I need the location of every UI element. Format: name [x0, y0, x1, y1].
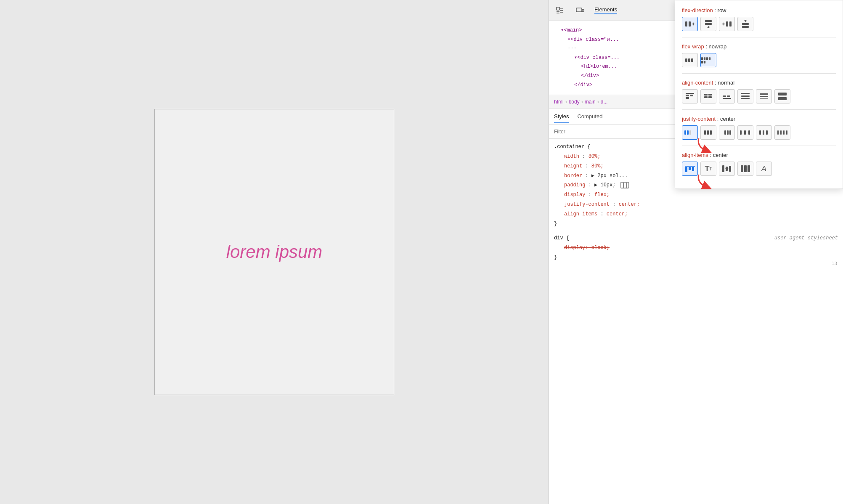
devtools-panel: Elements ▾<main> ▾<div class="w... ··· ▾… [549, 0, 843, 504]
svg-rect-49 [727, 130, 729, 135]
svg-rect-41 [778, 97, 787, 100]
svg-rect-64 [692, 167, 694, 171]
svg-rect-50 [729, 130, 731, 135]
flex-direction-icons [682, 17, 836, 31]
svg-rect-26 [686, 97, 689, 99]
flex-wrap-key: flex-wrap [682, 43, 704, 50]
flex-direction-val: : row [714, 7, 726, 13]
svg-rect-2 [582, 9, 584, 12]
svg-rect-53 [748, 130, 750, 135]
align-content-start-btn[interactable] [682, 89, 698, 103]
svg-rect-42 [684, 130, 686, 135]
flex-dir-row-btn[interactable] [682, 17, 698, 31]
svg-rect-58 [780, 130, 782, 135]
justify-content-end-btn[interactable] [719, 125, 735, 140]
svg-rect-1 [576, 8, 582, 12]
align-content-key: align-content [682, 80, 713, 86]
align-content-end-btn[interactable] [719, 89, 735, 103]
breadcrumb-body[interactable]: body [569, 99, 580, 105]
align-items-center-btn[interactable] [719, 162, 735, 176]
flex-wrap-nowrap-btn[interactable] [682, 53, 698, 67]
breadcrumb-html[interactable]: html [554, 99, 564, 105]
tab-styles[interactable]: Styles [554, 110, 569, 123]
breadcrumb-sep1: › [565, 99, 567, 105]
inspect-icon[interactable] [554, 5, 566, 16]
svg-rect-37 [760, 93, 768, 95]
div-tag-1: ▾<div class="w... [567, 37, 619, 42]
flex-direction-label: flex-direction : row [682, 7, 836, 13]
svg-rect-54 [759, 130, 761, 135]
svg-rect-14 [685, 58, 687, 62]
css-prop-width: width : 80%; [554, 154, 600, 159]
svg-rect-33 [723, 98, 731, 99]
svg-rect-27 [704, 94, 708, 95]
device-icon[interactable] [574, 5, 586, 16]
css-selector2: div { [554, 233, 569, 243]
align-content-space-around-btn[interactable] [756, 89, 772, 103]
svg-rect-29 [704, 96, 708, 98]
align-content-val: : normal [715, 80, 734, 86]
flex-dir-col-btn[interactable] [700, 17, 716, 31]
align-content-row: align-content : normal [682, 80, 836, 103]
justify-content-space-between-btn[interactable] [737, 125, 753, 140]
svg-rect-20 [709, 57, 710, 60]
svg-rect-36 [741, 98, 750, 99]
line-number: 13 [832, 261, 837, 266]
svg-rect-71 [748, 165, 750, 172]
svg-rect-35 [741, 95, 750, 97]
svg-rect-59 [783, 130, 785, 135]
css-close-brace1: } [554, 221, 557, 227]
svg-rect-55 [763, 130, 764, 135]
main-tag: ▾<main> [561, 27, 582, 33]
justify-content-row: justify-content : center [682, 116, 836, 140]
ellipsis-indicator: ··· [567, 45, 577, 51]
svg-rect-7 [689, 21, 691, 27]
align-items-stretch-btn[interactable] [737, 162, 753, 176]
flex-dir-row-rev-btn[interactable] [719, 17, 735, 31]
css-rules: .container { width : 80%; height : 80%; … [549, 139, 843, 504]
svg-rect-70 [744, 165, 747, 172]
flex-direction-key: flex-direction [682, 7, 713, 13]
lorem-ipsum-text: lorem ipsum [226, 242, 323, 262]
svg-rect-51 [740, 130, 742, 135]
svg-rect-17 [701, 57, 703, 60]
svg-rect-32 [727, 95, 730, 97]
svg-rect-62 [685, 167, 687, 172]
align-content-space-between-btn[interactable] [737, 89, 753, 103]
svg-rect-15 [688, 58, 690, 62]
breadcrumb-sep2: › [581, 99, 583, 105]
justify-content-space-evenly-btn[interactable] [774, 125, 790, 140]
justify-content-label: justify-content : center [682, 116, 836, 122]
close-div-tag2: </div> [574, 82, 592, 88]
flex-wrap-icons [682, 53, 836, 67]
flex-dir-col-rev-btn[interactable] [737, 17, 753, 31]
align-content-stretch-btn[interactable] [774, 89, 790, 103]
svg-rect-34 [741, 93, 750, 94]
align-content-label: align-content : normal [682, 80, 836, 86]
close-div-tag: </div> [581, 73, 599, 79]
flex-wrap-wrap-btn[interactable] [700, 53, 716, 67]
breadcrumb-d[interactable]: d... [601, 99, 608, 105]
breadcrumb-main[interactable]: main [585, 99, 596, 105]
svg-rect-10 [729, 21, 732, 27]
css-rule-div: div { user agent stylesheet display: blo… [554, 233, 838, 262]
tab-computed[interactable]: Computed [577, 110, 602, 123]
svg-rect-69 [741, 165, 743, 172]
svg-rect-9 [705, 23, 712, 25]
svg-rect-13 [742, 23, 749, 25]
svg-rect-24 [686, 95, 689, 96]
flex-popup: flex-direction : row [675, 0, 843, 189]
align-content-center-btn[interactable] [700, 89, 716, 103]
svg-rect-16 [691, 58, 693, 62]
divider3 [682, 109, 836, 110]
display-flex-badge[interactable] [620, 182, 629, 188]
svg-rect-46 [707, 130, 709, 135]
svg-rect-12 [742, 26, 749, 28]
justify-content-space-around-btn[interactable] [756, 125, 772, 140]
flex-wrap-row: flex-wrap : nowrap [682, 43, 836, 67]
svg-rect-57 [777, 130, 779, 135]
justify-content-key: justify-content [682, 116, 716, 122]
align-items-end-btn[interactable]: A [756, 162, 772, 176]
elements-tab[interactable]: Elements [594, 6, 617, 14]
svg-rect-22 [704, 61, 705, 64]
